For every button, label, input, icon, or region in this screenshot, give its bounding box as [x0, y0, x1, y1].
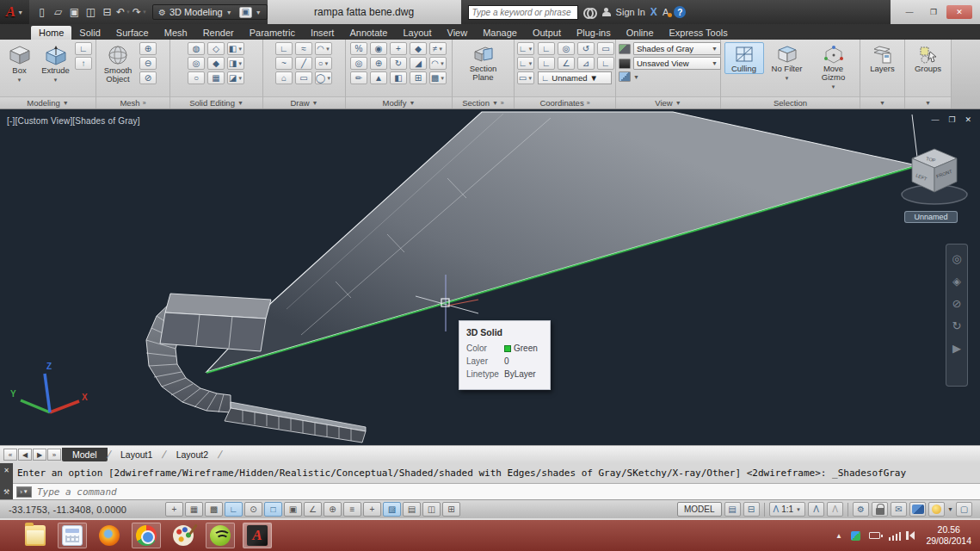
- panel-title-layers[interactable]: ▼: [860, 96, 904, 108]
- ucs-3point-icon[interactable]: ⊿: [577, 57, 595, 70]
- 3d-object-snap-toggle[interactable]: ▣: [284, 502, 302, 517]
- close-button[interactable]: ✕: [946, 5, 972, 19]
- polygon-icon[interactable]: ⌂: [275, 71, 293, 84]
- ellipse-icon[interactable]: ◯▼: [315, 71, 332, 84]
- taskbar-clock[interactable]: 20.56 29/08/2014: [926, 524, 971, 547]
- help-icon[interactable]: ?: [674, 6, 686, 18]
- auto-annotation-scale-icon[interactable]: Λ: [827, 502, 843, 517]
- grid-display-toggle[interactable]: ▩: [205, 502, 223, 517]
- extrude-faces-icon[interactable]: ◇: [207, 42, 225, 55]
- tab-solid[interactable]: Solid: [71, 26, 108, 40]
- last-tab-icon[interactable]: »: [47, 449, 61, 461]
- polar-tracking-toggle[interactable]: ⊙: [244, 502, 262, 517]
- extend-icon[interactable]: ◢: [410, 57, 427, 70]
- tab-annotate[interactable]: Annotate: [342, 26, 395, 40]
- snap-mode-toggle[interactable]: ▦: [185, 502, 203, 517]
- intersect-icon[interactable]: ○: [188, 71, 205, 84]
- chevron-down-icon[interactable]: ▼: [633, 74, 639, 80]
- tab-output[interactable]: Output: [525, 26, 569, 40]
- viewport-controls-label[interactable]: [-][Custom View][Shades of Gray]: [7, 116, 140, 126]
- ucs-settings-icon[interactable]: ▭▼: [517, 71, 534, 84]
- groups-button[interactable]: Groups: [909, 42, 948, 74]
- recent-commands-icon[interactable]: ›▼: [16, 486, 32, 498]
- polysolid-icon[interactable]: ∟: [75, 42, 92, 55]
- open-file-icon[interactable]: ▱: [51, 5, 65, 20]
- next-tab-icon[interactable]: ▶: [33, 449, 46, 461]
- line-icon[interactable]: ╱: [295, 57, 312, 70]
- panel-title-section[interactable]: Section▼»: [453, 96, 514, 108]
- exchange-apps-icon[interactable]: X: [650, 6, 657, 18]
- split-icon[interactable]: ≠▼: [429, 42, 447, 55]
- battery-icon[interactable]: [869, 532, 880, 539]
- redo-icon[interactable]: ↷▼: [133, 5, 147, 20]
- wrench-icon[interactable]: ⚒: [3, 488, 9, 496]
- transparency-toggle[interactable]: ▨: [383, 502, 401, 517]
- culling-button[interactable]: Culling: [724, 42, 764, 74]
- coordinates-readout[interactable]: -33.1753, -11.3408, 0.0000: [3, 505, 163, 515]
- presspull-icon[interactable]: ↑: [75, 57, 92, 70]
- taskbar-chrome[interactable]: [132, 523, 161, 548]
- tab-home[interactable]: Home: [31, 26, 71, 40]
- ucs-object-icon[interactable]: ∟: [597, 57, 614, 70]
- tab-insert[interactable]: Insert: [303, 26, 342, 40]
- tab-layout1[interactable]: Layout1: [110, 448, 163, 461]
- move-faces-icon[interactable]: ◆: [207, 57, 225, 70]
- search-icon[interactable]: [583, 8, 597, 16]
- move-gizmo-button[interactable]: Move Gizmo▼: [811, 42, 857, 92]
- erase-icon[interactable]: ✏: [350, 71, 367, 84]
- drawing-viewport[interactable]: X Y Z TOP LEFT FRONT [-][Custom View][Sh…: [0, 109, 980, 445]
- tab-plugins[interactable]: Plug-ins: [569, 26, 619, 40]
- smooth-less-icon[interactable]: ⊖: [139, 57, 157, 70]
- full-navigation-wheel-icon[interactable]: ◎: [952, 253, 961, 264]
- spline-icon[interactable]: ~: [275, 57, 293, 70]
- zoom-icon[interactable]: ⊘: [952, 298, 962, 309]
- rectangle-icon[interactable]: ▭: [295, 71, 312, 84]
- annotation-visibility-icon[interactable]: Λ: [808, 502, 824, 517]
- smooth-more-icon[interactable]: ⊕: [139, 42, 157, 55]
- tab-layout[interactable]: Layout: [395, 26, 439, 40]
- close-command-icon[interactable]: ✕: [3, 467, 9, 474]
- taskbar-paint[interactable]: [169, 523, 198, 548]
- show-ucs-icon[interactable]: ∟▼: [517, 42, 534, 55]
- offset-faces-icon[interactable]: ▦: [207, 71, 225, 84]
- orbit-icon[interactable]: ↻: [952, 320, 962, 331]
- application-menu-button[interactable]: A▼: [0, 0, 29, 24]
- no-smooth-icon[interactable]: ⊘: [139, 71, 157, 84]
- taskbar-autocad[interactable]: A: [243, 523, 272, 548]
- ucs-origin2-icon[interactable]: ∟: [538, 57, 555, 70]
- new-file-icon[interactable]: ▯: [34, 5, 49, 20]
- taskbar-calculator[interactable]: [58, 523, 87, 548]
- status-menu-chevron-icon[interactable]: ▼: [947, 506, 953, 512]
- minimize-button[interactable]: —: [898, 5, 921, 19]
- doc-minimize-button[interactable]: —: [931, 115, 939, 124]
- move-3d-icon[interactable]: +: [390, 42, 407, 55]
- helix-icon[interactable]: ≈: [295, 42, 312, 55]
- viewcube-ucs-button[interactable]: Unnamed: [904, 211, 958, 223]
- solid-box-icon[interactable]: ◧▼: [227, 42, 244, 55]
- tab-express-tools[interactable]: Express Tools: [662, 26, 736, 40]
- panel-title-coordinates[interactable]: Coordinates»: [515, 96, 615, 108]
- named-view-dropdown[interactable]: Unsaved View▼: [633, 57, 721, 70]
- plot-icon[interactable]: ⊟: [100, 5, 114, 20]
- save-workspace-icon[interactable]: ▣: [239, 7, 252, 18]
- tab-online[interactable]: Online: [619, 26, 662, 40]
- showmotion-icon[interactable]: ▶: [952, 343, 961, 354]
- taskbar-spotify[interactable]: [206, 523, 235, 548]
- doc-close-button[interactable]: ✕: [965, 115, 971, 124]
- save-as-icon[interactable]: ◫: [83, 5, 98, 20]
- quick-properties-toggle[interactable]: ▤: [403, 502, 421, 517]
- chamfer-icon[interactable]: ◠▼: [429, 57, 447, 70]
- annotation-scale-dropdown[interactable]: Λ 1:1 ▼: [769, 502, 806, 517]
- selection-cycling-toggle[interactable]: ◫: [422, 502, 441, 517]
- box-button[interactable]: Box▼: [3, 42, 36, 85]
- ucs-view-icon[interactable]: ▭: [597, 42, 614, 55]
- tab-view[interactable]: View: [440, 26, 476, 40]
- imprint-icon[interactable]: ◨▼: [227, 57, 244, 70]
- save-file-icon[interactable]: ▣: [67, 5, 82, 20]
- layout-icon[interactable]: ▤: [724, 502, 741, 517]
- isolate-objects-icon[interactable]: [928, 502, 945, 517]
- volume-icon[interactable]: [909, 531, 915, 540]
- panel-title-groups[interactable]: ▼: [905, 96, 951, 108]
- tab-render[interactable]: Render: [195, 26, 242, 40]
- dropbox-icon[interactable]: [851, 531, 860, 541]
